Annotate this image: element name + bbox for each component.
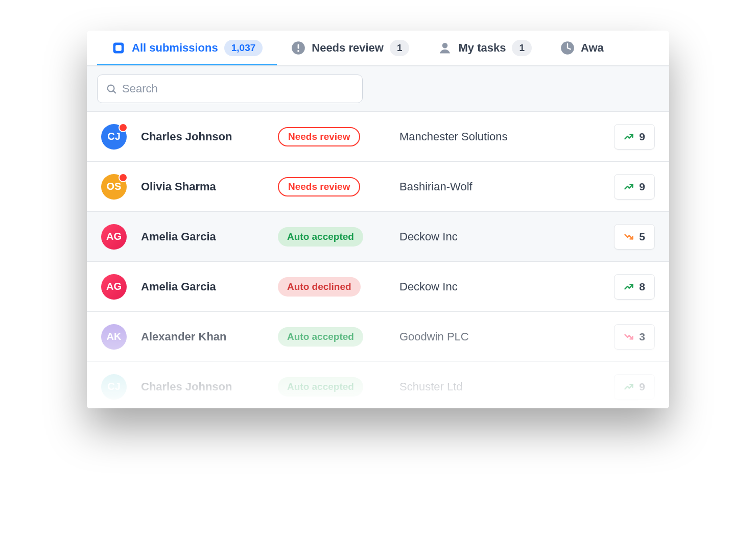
- toolbar: [87, 66, 669, 112]
- status-cell: Needs review: [278, 127, 385, 146]
- avatar-initials: CJ: [107, 131, 121, 142]
- tab-all-submissions[interactable]: All submissions1,037: [97, 31, 277, 65]
- submitter-name: Amelia Garcia: [141, 230, 264, 243]
- status-cell: Auto declined: [278, 277, 385, 297]
- svg-point-5: [442, 43, 448, 48]
- avatar-initials: AK: [107, 331, 122, 342]
- score-value: 9: [639, 181, 645, 193]
- submitter-name: Alexander Khan: [141, 330, 264, 343]
- tab-label: My tasks: [458, 41, 506, 55]
- submitter-name: Charles Johnson: [141, 380, 264, 394]
- status-badge: Auto accepted: [278, 327, 363, 347]
- status-cell: Auto accepted: [278, 327, 385, 347]
- avatar: CJ: [101, 374, 127, 400]
- score-chip[interactable]: 3: [614, 324, 655, 350]
- trend-down-icon: [624, 232, 634, 242]
- company-name: Schuster Ltd: [399, 380, 600, 394]
- score-chip[interactable]: 5: [614, 224, 655, 250]
- company-name: Deckow Inc: [399, 230, 600, 243]
- tabs-bar: All submissions1,037Needs review1My task…: [87, 31, 669, 66]
- submissions-list: CJCharles JohnsonNeeds reviewManchester …: [87, 112, 669, 408]
- tab-count-badge: 1: [390, 40, 410, 56]
- status-cell: Auto accepted: [278, 227, 385, 247]
- score-value: 3: [639, 331, 645, 343]
- status-badge: Auto declined: [278, 277, 361, 297]
- table-row[interactable]: OSOlivia SharmaNeeds reviewBashirian-Wol…: [87, 162, 669, 212]
- submitter-name: Amelia Garcia: [141, 280, 264, 293]
- trend-down-icon: [624, 332, 634, 342]
- trend-up-icon: [624, 382, 634, 392]
- svg-rect-1: [115, 45, 122, 51]
- status-badge: Auto accepted: [278, 377, 363, 397]
- status-cell: Auto accepted: [278, 377, 385, 397]
- tab-my-tasks[interactable]: My tasks1: [423, 31, 546, 65]
- alert-icon: [291, 41, 305, 55]
- table-row[interactable]: AGAmelia GarciaAuto acceptedDeckow Inc5: [87, 212, 669, 262]
- svg-point-4: [297, 50, 299, 52]
- status-badge: Auto accepted: [278, 227, 363, 247]
- person-icon: [438, 41, 452, 55]
- search-icon: [106, 83, 117, 94]
- score-value: 9: [639, 131, 645, 143]
- table-row[interactable]: AGAmelia GarciaAuto declinedDeckow Inc8: [87, 262, 669, 312]
- company-name: Goodwin PLC: [399, 330, 600, 343]
- tab-label: All submissions: [132, 41, 218, 55]
- company-name: Manchester Solutions: [399, 130, 600, 143]
- score-value: 5: [639, 231, 645, 243]
- score-chip[interactable]: 9: [614, 124, 655, 150]
- tab-label: Needs review: [312, 41, 384, 55]
- submitter-name: Charles Johnson: [141, 130, 264, 143]
- avatar-initials: AG: [106, 281, 122, 292]
- avatar: AG: [101, 224, 127, 250]
- score-value: 8: [639, 281, 645, 293]
- status-cell: Needs review: [278, 177, 385, 196]
- score-chip[interactable]: 8: [614, 274, 655, 300]
- trend-up-icon: [624, 282, 634, 292]
- svg-rect-3: [298, 44, 299, 48]
- submitter-name: Olivia Sharma: [141, 180, 264, 193]
- clock-icon: [560, 41, 575, 55]
- avatar: CJ: [101, 124, 127, 150]
- submissions-card: All submissions1,037Needs review1My task…: [87, 31, 669, 408]
- company-name: Deckow Inc: [399, 280, 600, 293]
- score-value: 9: [639, 381, 645, 393]
- score-chip[interactable]: 9: [614, 374, 655, 400]
- tab-count-badge: 1,037: [224, 40, 263, 56]
- trend-up-icon: [624, 132, 634, 142]
- search-box[interactable]: [97, 75, 363, 103]
- avatar: OS: [101, 174, 127, 200]
- avatar-initials: OS: [107, 181, 122, 192]
- company-name: Bashirian-Wolf: [399, 180, 600, 193]
- tab-count-badge: 1: [512, 40, 532, 56]
- status-badge: Needs review: [278, 127, 360, 146]
- tab-label: Awa: [581, 41, 604, 55]
- tab-needs-review[interactable]: Needs review1: [277, 31, 423, 65]
- svg-line-8: [113, 91, 115, 93]
- avatar: AK: [101, 324, 127, 350]
- inbox-icon: [111, 41, 126, 55]
- table-row[interactable]: AKAlexander KhanAuto acceptedGoodwin PLC…: [87, 312, 669, 362]
- trend-up-icon: [624, 182, 634, 192]
- tab-awa[interactable]: Awa: [546, 31, 618, 65]
- table-row[interactable]: CJCharles JohnsonAuto acceptedSchuster L…: [87, 362, 669, 408]
- status-badge: Needs review: [278, 177, 360, 196]
- avatar: AG: [101, 274, 127, 300]
- table-row[interactable]: CJCharles JohnsonNeeds reviewManchester …: [87, 112, 669, 162]
- score-chip[interactable]: 9: [614, 174, 655, 200]
- avatar-initials: AG: [106, 231, 122, 242]
- avatar-initials: CJ: [107, 381, 121, 392]
- search-input[interactable]: [122, 82, 354, 95]
